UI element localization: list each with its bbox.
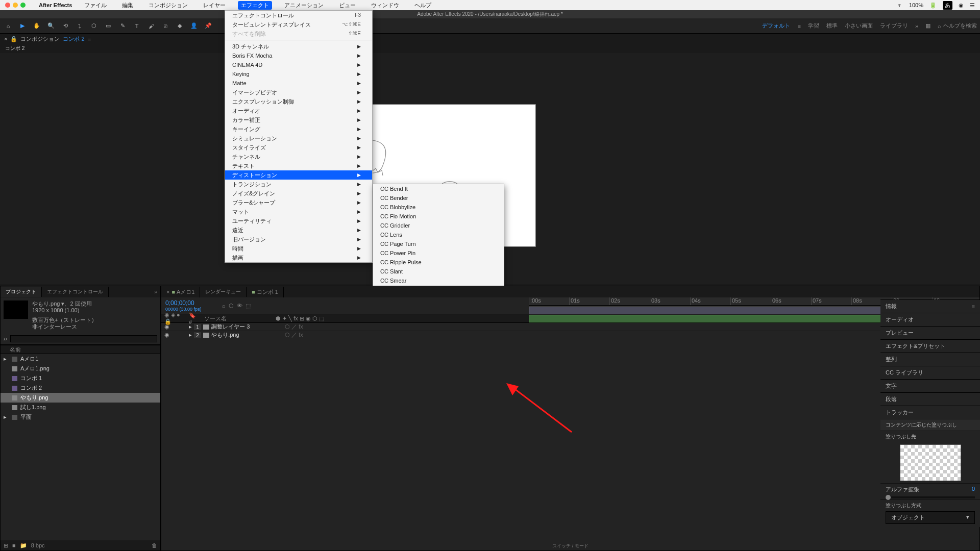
menu-effect[interactable]: エフェクト [238,1,272,10]
distort-item[interactable]: CC Bender [373,193,504,203]
menu-window[interactable]: ウィンドウ [368,1,402,10]
fx-category[interactable]: ノイズ&グレイン▶ [225,189,372,198]
comp-breadcrumb[interactable]: コンポ 2 [0,44,980,53]
menu-edit[interactable]: 編集 [119,1,136,10]
distort-item[interactable]: CC Bend It [373,184,504,193]
distort-item[interactable]: CC Griddler [373,221,504,230]
pen-tool-icon[interactable]: ✎ [117,21,128,31]
siri-icon[interactable]: ◉ [959,2,964,9]
distort-item[interactable]: CC Ripple Pulse [373,258,504,267]
col-name[interactable]: 名前 [7,346,24,354]
workspace-library[interactable]: ライブラリ [880,22,908,30]
menu-composition[interactable]: コンポジション [145,1,191,10]
asset-row[interactable]: ▸Aメロ1 [1,354,160,364]
alpha-slider-handle[interactable] [886,495,891,500]
ime-lang[interactable]: あ [943,1,952,10]
fx-category[interactable]: マット▶ [225,207,372,216]
distort-item[interactable]: CC Page Turn [373,239,504,248]
search-icon[interactable]: ⌕ [4,335,7,342]
anchor-tool-icon[interactable]: ⬡ [89,21,99,31]
fx-category[interactable]: CINEMA 4D▶ [225,60,372,69]
distort-item[interactable]: CC Blobbylize [373,203,504,212]
workspace-learn[interactable]: 学習 [808,22,819,30]
project-search-input[interactable] [10,335,157,342]
content-aware-title[interactable]: コンテンツに応じた塗りつぶし [880,419,980,431]
fx-category[interactable]: 3D チャンネル▶ [225,42,372,51]
interpret-icon[interactable]: ⊞ [4,542,8,549]
fx-category[interactable]: 時間▶ [225,244,372,253]
col-source[interactable]: ソース名 [201,315,273,322]
asset-row[interactable]: 試し1.png [1,403,160,412]
fx-category[interactable]: ブラー&シャープ▶ [225,198,372,207]
fx-category[interactable]: キーイング▶ [225,124,372,134]
menu-help[interactable]: ヘルプ [411,1,434,10]
eraser-tool-icon[interactable]: ◆ [175,21,185,31]
grid-icon[interactable]: ▦ [925,22,930,29]
fx-item[interactable]: エフェクトコントロールF3 [225,11,372,20]
distort-item[interactable]: CC Lens [373,230,504,239]
text-tool-icon[interactable]: T [132,21,142,31]
fx-category[interactable]: Boris FX Mocha▶ [225,51,372,60]
menu-view[interactable]: ビュー [336,1,359,10]
fx-category[interactable]: 旧バージョン▶ [225,235,372,244]
home-icon[interactable]: ⌂ [3,21,13,31]
menu-layer[interactable]: レイヤー [200,1,229,10]
fx-category[interactable]: Matte▶ [225,79,372,88]
puppet-tool-icon[interactable]: 📌 [203,21,213,31]
asset-row[interactable]: コンポ 2 [1,383,160,393]
selection-tool-icon[interactable]: ▶ [17,21,28,31]
timeline-timecode[interactable]: 0;00;00;00 [165,299,202,307]
distort-item[interactable]: CC Flo Motion [373,212,504,221]
tl-tab-2[interactable]: コンポ 1 [257,289,278,295]
menu-animation[interactable]: アニメーション [281,1,327,10]
workspace-standard[interactable]: 標準 [826,22,838,30]
rect-tool-icon[interactable]: ▭ [103,21,113,31]
orbit-tool-icon[interactable]: ⟲ [60,21,70,31]
workspace-default[interactable]: デフォルト [762,22,790,30]
hand-tool-icon[interactable]: ✋ [32,21,42,31]
asset-row[interactable]: Aメロ1.png [1,364,160,373]
close-icon[interactable] [5,3,10,8]
fx-category[interactable]: トランジション▶ [225,180,372,189]
trash-icon[interactable]: 🗑 [152,542,157,548]
fx-category[interactable]: カラー補正▶ [225,115,372,124]
asset-row[interactable]: コンポ 1 [1,373,160,383]
fx-category[interactable]: エクスプレッション制御▶ [225,97,372,106]
fx-category[interactable]: イマーシブビデオ▶ [225,88,372,97]
overflow-icon[interactable]: » [915,23,918,29]
menu-icon[interactable]: ☰ [970,2,975,9]
fx-category[interactable]: 描画▶ [225,253,372,262]
brush-tool-icon[interactable]: 🖌 [146,21,156,31]
distort-item[interactable]: CC Smear [373,276,504,285]
lock-icon[interactable]: 🔒 [10,36,17,42]
minimize-icon[interactable] [13,3,18,8]
roto-tool-icon[interactable]: 👤 [189,21,199,31]
asset-row[interactable]: やもり.png [1,393,160,403]
tab-effect-controls[interactable]: エフェクトコントロール [42,287,109,297]
tab-project[interactable]: プロジェクト [1,287,42,297]
fx-category[interactable]: スタイライズ▶ [225,143,372,152]
fx-category[interactable]: Keying▶ [225,69,372,79]
help-search[interactable]: ⌕ヘルプを検索 [938,22,977,30]
new-folder-icon[interactable]: 📁 [20,542,27,549]
alpha-expand-value[interactable]: 0 [972,486,975,493]
fx-item[interactable]: タービュレントディスプレイス⌥⇧⌘E [225,20,372,29]
fx-category[interactable]: シミュレーション▶ [225,134,372,143]
tl-search-icon[interactable]: ⌕ [222,303,226,309]
distort-item[interactable]: CC Slant [373,267,504,276]
zoom-icon[interactable] [20,3,26,8]
comp-tab-menu-icon[interactable]: ≡ [88,36,91,42]
tl-tab-close-icon[interactable]: × [166,289,169,295]
asset-row[interactable]: ▸平面 [1,412,160,422]
fill-method-dropdown[interactable]: オブジェクト▾ [886,511,975,524]
fx-category[interactable]: テキスト▶ [225,161,372,170]
fx-category[interactable]: ユーティリティ▶ [225,216,372,226]
fx-category[interactable]: 遠近▶ [225,226,372,235]
fx-category[interactable]: チャンネル▶ [225,152,372,161]
fx-category[interactable]: オーディオ▶ [225,106,372,115]
stamp-tool-icon[interactable]: ⎚ [160,21,170,31]
tab-close-icon[interactable]: × [4,36,7,42]
comp-tab-name[interactable]: コンポ 2 [63,35,84,43]
menu-file[interactable]: ファイル [81,1,110,10]
workspace-small[interactable]: 小さい画面 [845,22,873,30]
